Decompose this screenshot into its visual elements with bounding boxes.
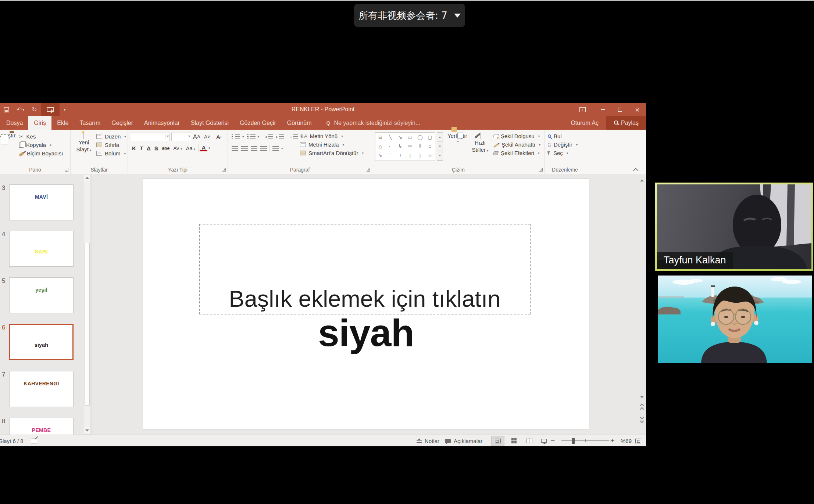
shape-arc[interactable]: ⌒ [385,151,395,161]
numbering-button[interactable]: ▾ [246,134,261,139]
video-tile-participant[interactable] [658,276,812,363]
share-button[interactable]: Paylaş [606,116,646,130]
text-shadow-button[interactable]: S [153,145,160,151]
shape-block-arrow-down[interactable]: ⇩ [415,141,425,150]
layout-button[interactable]: Düzen▾ [96,132,126,141]
bullets-button[interactable]: ▾ [230,134,246,139]
tab-ekle[interactable]: Ekle [51,116,74,130]
slide-thumbnail-7[interactable]: KAHVERENGİ [9,371,74,407]
tab-gozden-gecir[interactable]: Gözden Geçir [234,116,282,130]
shape-effects-button[interactable]: Şekil Efektleri▾ [493,149,540,157]
shape-scribble[interactable]: ∿ [375,151,385,161]
shape-rounded-rectangle[interactable]: ▢ [425,133,435,141]
character-spacing-button[interactable]: AV▾ [172,145,184,151]
scroll-down-button[interactable] [638,393,646,401]
quick-styles-button[interactable]: Hızlı Stiller▾ [469,133,491,153]
tab-dosya[interactable]: Dosya [1,116,28,130]
gallery-more-button[interactable]: ▼̲ [437,151,443,161]
shape-block-arrow-right[interactable]: ⇨ [405,141,415,150]
cut-button[interactable]: ✂Kes [19,132,63,141]
panel-scrollbar-thumb[interactable] [85,243,90,406]
panel-scroll-up-button[interactable] [84,174,90,181]
tab-gorunum[interactable]: Görünüm [282,116,317,130]
zoom-slider-thumb[interactable] [572,438,575,444]
dialog-launcher-icon[interactable] [65,168,68,172]
section-button[interactable]: Bölüm▾ [96,149,126,158]
columns-button[interactable]: ▾ [271,146,285,151]
collapse-ribbon-button[interactable] [633,168,638,171]
replace-button[interactable]: ab acDeğiştir▾ [548,140,578,149]
shrink-font-button[interactable]: A˅ [202,134,212,140]
zoom-slider-track[interactable] [561,440,609,441]
panel-scroll-down-button[interactable] [84,427,90,433]
new-slide-button[interactable]: Yeni Slayt▾ [73,132,95,153]
scroll-up-button[interactable] [638,176,646,184]
slide-thumbnail-6-selected[interactable]: siyah [9,324,74,360]
comments-toggle[interactable]: Açıklamalar [445,435,482,447]
next-slide-button[interactable] [638,415,646,423]
bold-button[interactable]: K [130,145,138,151]
minimize-button[interactable] [594,103,611,116]
fit-to-window-button[interactable] [635,435,641,447]
align-left-button[interactable] [230,146,240,151]
align-right-button[interactable] [249,146,259,151]
underline-button[interactable]: A [145,145,153,151]
dialog-launcher-icon[interactable] [367,168,370,172]
normal-view-button[interactable] [491,436,504,446]
shape-outline-button[interactable]: Şekil Anahattı▾ [493,140,540,149]
slide-sorter-view-button[interactable] [507,436,521,446]
title-placeholder[interactable]: Başlık eklemek için tıklatın [199,224,531,314]
slide-thumbnail-8[interactable]: PEMBE [9,418,74,435]
shape-triangle[interactable]: △ [375,141,385,150]
tab-animasyonlar[interactable]: Animasyonlar [139,116,185,130]
italic-button[interactable]: T [138,145,145,151]
zoom-level[interactable]: %69 [621,435,632,447]
slide-thumbnail-4[interactable]: SARI [9,231,74,267]
font-size-combo[interactable] [171,133,191,141]
copy-button[interactable]: Kopyala▾ [19,141,63,149]
shape-freeform[interactable]: ⌂ [425,141,435,150]
notes-edit-button[interactable] [31,435,37,447]
tab-gecisler[interactable]: Geçişler [106,116,139,130]
arrange-button[interactable]: Yerleştir ▾ [447,133,468,144]
select-button[interactable]: Seç▾ [548,149,578,157]
increase-indent-button[interactable]: ▸ [275,134,286,139]
restore-button[interactable] [611,103,629,116]
find-button[interactable]: Bul [548,132,578,140]
tell-me-search[interactable]: Ne yapmak istediğinizi söyleyin... [326,116,420,130]
text-direction-button[interactable]: ⇅AMetin Yönü▾ [300,132,364,140]
strikethrough-button[interactable]: abe [160,145,172,151]
shape-line[interactable]: ╲ [385,133,395,141]
slide-thumbnail-5[interactable]: yeşil [9,277,74,313]
shape-arrow[interactable]: ↘ [395,133,405,141]
font-color-button[interactable]: A [200,145,207,151]
reset-button[interactable]: Sıfırla [96,141,126,149]
dialog-launcher-icon[interactable] [539,168,543,172]
paste-button[interactable]: Yapıştır ▾ [0,132,17,143]
video-tile-active-speaker[interactable]: Tayfun Kalkan [655,183,813,271]
align-text-button[interactable]: Metni Hizala▾ [300,140,364,149]
gallery-scroll-down[interactable]: ▼ [437,142,443,151]
slideshow-view-button[interactable] [537,436,550,446]
align-center-button[interactable] [240,146,249,151]
decrease-indent-button[interactable]: ◂ [263,134,275,139]
shape-brace-right[interactable]: } [415,151,425,161]
tab-tasarim[interactable]: Tasarım [74,116,106,130]
ribbon-display-options-button[interactable]: ↑ [577,103,594,116]
slide-canvas[interactable]: Başlık eklemek için tıklatın siyah [143,179,589,429]
slide-thumbnail-3[interactable]: MAVİ [9,184,74,220]
shape-star[interactable]: ☆ [425,151,435,161]
dialog-launcher-icon[interactable] [222,168,226,172]
clear-formatting-button[interactable]: A̷ [214,134,222,140]
zoom-out-button[interactable]: − [551,435,555,447]
shape-rectangle[interactable]: ▭ [405,133,415,141]
reading-view-button[interactable] [522,436,536,446]
shape-oval[interactable]: ◯ [415,133,425,141]
shape-fill-button[interactable]: Şekil Dolgusu▾ [493,132,540,140]
close-button[interactable]: × [629,103,646,116]
shape-curve[interactable]: ≀ [395,151,405,161]
slide-body-text[interactable]: siyah [143,311,589,355]
shape-textbox[interactable]: ⊟ [375,133,385,141]
tab-giris[interactable]: Giriş [28,116,51,130]
previous-slide-button[interactable] [638,403,646,411]
